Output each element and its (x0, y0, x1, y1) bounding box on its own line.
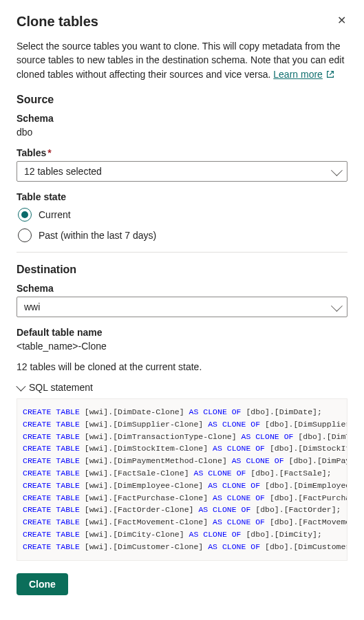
sql-line: CREATE TABLE [wwi].[DimCity-Clone] AS CL… (23, 528, 341, 541)
sql-line: CREATE TABLE [wwi].[DimSupplier-Clone] A… (23, 418, 341, 431)
section-divider (17, 252, 347, 253)
sql-line: CREATE TABLE [wwi].[FactMovement-Clone] … (23, 516, 341, 528)
sql-line: CREATE TABLE [wwi].[DimStockItem-Clone] … (23, 442, 341, 455)
radio-past-label: Past (within the last 7 days) (39, 230, 156, 241)
sql-line: CREATE TABLE [wwi].[DimPaymentMethod-Clo… (23, 455, 341, 467)
sql-line: CREATE TABLE [wwi].[DimEmployee-Clone] A… (23, 480, 341, 492)
radio-icon-unselected (18, 228, 32, 242)
radio-past[interactable]: Past (within the last 7 days) (18, 228, 347, 242)
chevron-down-icon (331, 300, 343, 312)
sql-statement-label: SQL statement (29, 382, 93, 393)
sql-line: CREATE TABLE [wwi].[FactOrder-Clone] AS … (23, 504, 341, 516)
tables-select[interactable]: 12 tables selected (17, 161, 347, 182)
tables-label: Tables* (17, 147, 347, 158)
required-indicator: * (47, 147, 51, 158)
sql-line: CREATE TABLE [wwi].[FactPurchase-Clone] … (23, 492, 341, 504)
status-text: 12 tables will be cloned at the current … (17, 361, 347, 372)
chevron-down-icon (16, 381, 25, 391)
close-icon[interactable]: ✕ (336, 14, 347, 28)
radio-icon-selected (18, 208, 32, 222)
source-schema-value: dbo (17, 127, 347, 138)
chevron-down-icon (331, 164, 343, 176)
sql-line: CREATE TABLE [wwi].[DimDate-Clone] AS CL… (23, 406, 341, 418)
sql-statement-toggle[interactable]: SQL statement (17, 382, 347, 393)
destination-schema-label: Schema (17, 283, 347, 294)
intro-text: Select the source tables you want to clo… (17, 39, 347, 83)
destination-schema-select[interactable]: wwi (17, 297, 347, 317)
sql-line: CREATE TABLE [wwi].[DimCustomer-Clone] A… (23, 541, 341, 553)
default-table-name-value: <table_name>-Clone (17, 341, 347, 352)
radio-current-label: Current (39, 209, 71, 220)
external-link-icon (325, 69, 335, 83)
tables-select-value: 12 tables selected (24, 166, 102, 177)
clone-button[interactable]: Clone (17, 573, 68, 595)
default-table-name-label: Default table name (17, 327, 347, 338)
radio-current[interactable]: Current (18, 208, 347, 222)
destination-schema-value: wwi (24, 301, 40, 312)
source-schema-label: Schema (17, 113, 347, 124)
table-state-label: Table state (17, 191, 347, 202)
destination-heading: Destination (17, 264, 347, 276)
learn-more-link[interactable]: Learn more (273, 69, 323, 80)
sql-line: CREATE TABLE [wwi].[DimTransactionType-C… (23, 431, 341, 443)
source-heading: Source (17, 94, 347, 106)
sql-code-block: CREATE TABLE [wwi].[DimDate-Clone] AS CL… (17, 398, 347, 561)
sql-line: CREATE TABLE [wwi].[FactSale-Clone] AS C… (23, 467, 341, 480)
dialog-title: Clone tables (17, 14, 98, 30)
